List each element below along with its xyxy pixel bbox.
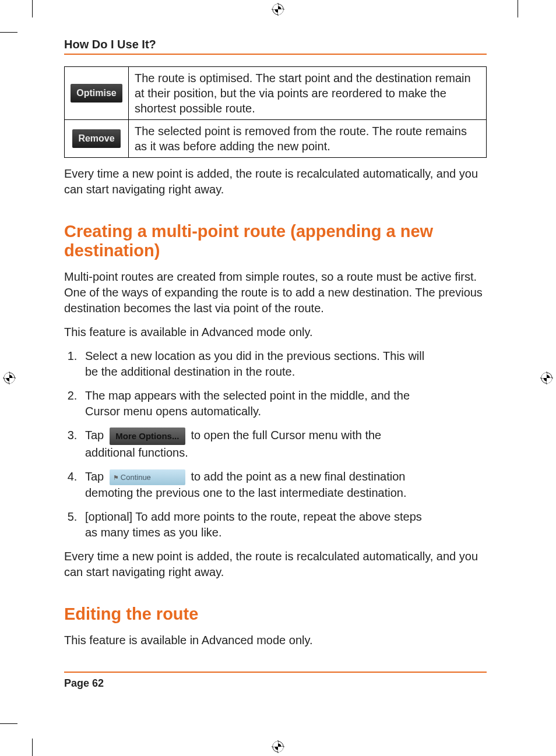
step-text-pre: Tap [85,470,107,483]
printer-mark-icon [540,372,553,384]
running-header: How Do I Use It? [64,38,487,51]
paragraph: Every time a new point is added, the rou… [64,166,487,197]
page-number: Page 62 [64,677,487,690]
options-table: Optimise The route is optimised. The sta… [64,66,487,158]
step-text-pre: Tap [85,429,107,441]
table-cell-description: The selected point is removed from the r… [129,120,487,158]
paragraph: This feature is available in Advanced mo… [64,633,487,648]
optimise-button[interactable]: Optimise [71,84,122,103]
crop-mark [0,723,17,724]
continue-button-label: Continue [121,473,151,482]
list-item: Select a new location as you did in the … [80,348,487,380]
table-cell-button: Optimise [65,67,129,120]
step-text: The map appears with the selected point … [85,389,410,418]
remove-button[interactable]: Remove [72,129,120,149]
section-heading-editing: Editing the route [64,605,487,624]
list-item: The map appears with the selected point … [80,388,487,419]
continue-button[interactable]: ⚑Continue [110,469,185,486]
crop-mark [0,32,17,33]
section-heading-creating: Creating a multi-point route (appending … [64,222,487,261]
table-row: Remove The selected point is removed fro… [65,120,487,158]
more-options-button[interactable]: More Options... [110,428,185,445]
page-content: How Do I Use It? Optimise The route is o… [64,38,487,690]
step-text: Select a new location as you did in the … [85,349,424,378]
paragraph: Multi-point routes are created from simp… [64,269,487,316]
header-rule [64,54,487,55]
flag-icon: ⚑ [113,474,119,482]
list-item: Tap More Options... to open the full Cur… [80,428,487,461]
crop-mark [518,0,518,17]
printer-mark-icon [272,3,284,16]
paragraph: This feature is available in Advanced mo… [64,324,487,340]
table-cell-description: The route is optimised. The start point … [129,67,487,120]
list-item: Tap ⚑Continue to add the point as a new … [80,469,487,501]
crop-mark [32,0,33,17]
printer-mark-icon [272,740,284,753]
steps-list: Select a new location as you did in the … [64,348,487,541]
printer-mark-icon [3,372,16,384]
step-text: [optional] To add more points to the rou… [85,510,422,539]
table-cell-button: Remove [65,120,129,158]
crop-mark [32,739,33,756]
paragraph: Every time a new point is added, the rou… [64,549,487,580]
table-row: Optimise The route is optimised. The sta… [65,67,487,120]
list-item: [optional] To add more points to the rou… [80,509,487,540]
footer-rule [64,672,487,673]
